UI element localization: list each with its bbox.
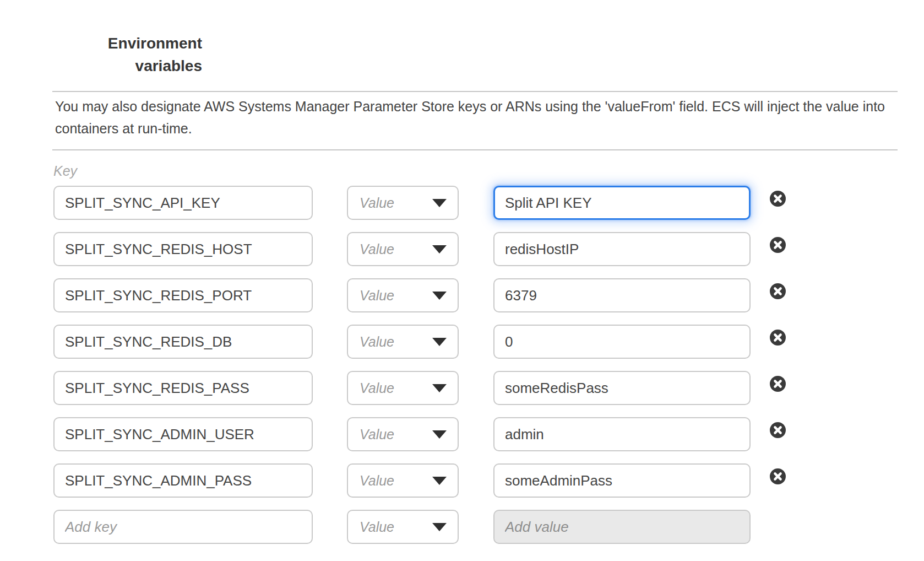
env-value-input[interactable] <box>493 325 751 359</box>
divider <box>52 149 898 150</box>
env-key-input[interactable] <box>53 325 313 359</box>
value-type-label: Value <box>360 195 394 211</box>
delete-row-button[interactable] <box>770 330 786 346</box>
x-circle-icon <box>770 468 786 484</box>
value-type-label: Value <box>360 519 394 535</box>
env-key-input[interactable] <box>53 371 313 405</box>
env-value-input[interactable] <box>493 510 751 544</box>
delete-row-button[interactable] <box>770 376 786 392</box>
value-type-label: Value <box>360 427 394 443</box>
divider <box>52 91 898 92</box>
env-var-row: Value <box>53 232 802 266</box>
value-type-dropdown[interactable]: Value <box>347 325 459 359</box>
env-var-rows: Value Value Value <box>53 186 802 556</box>
x-circle-icon <box>770 191 786 207</box>
env-key-input[interactable] <box>53 463 313 498</box>
env-value-input[interactable] <box>493 417 751 451</box>
caret-down-icon <box>432 245 447 253</box>
delete-row-button[interactable] <box>770 237 786 253</box>
value-type-dropdown[interactable]: Value <box>347 186 459 220</box>
description-text: You may also designate AWS Systems Manag… <box>55 95 906 139</box>
env-key-input[interactable] <box>53 232 313 266</box>
caret-down-icon <box>432 477 447 485</box>
env-key-input[interactable] <box>53 510 313 544</box>
value-type-dropdown[interactable]: Value <box>347 510 459 544</box>
env-key-input[interactable] <box>53 186 313 220</box>
caret-down-icon <box>432 384 447 392</box>
key-column-header: Key <box>53 160 77 182</box>
value-type-label: Value <box>360 473 394 489</box>
value-type-dropdown[interactable]: Value <box>347 232 459 266</box>
x-circle-icon <box>770 422 786 438</box>
delete-row-button[interactable] <box>770 468 786 484</box>
caret-down-icon <box>432 338 447 346</box>
value-type-label: Value <box>360 288 394 304</box>
env-var-row: Value <box>53 510 802 544</box>
env-var-row: Value <box>53 463 802 498</box>
env-key-input[interactable] <box>53 278 313 312</box>
value-type-label: Value <box>360 241 394 257</box>
env-var-row: Value <box>53 278 802 312</box>
delete-row-button[interactable] <box>770 422 786 438</box>
value-type-dropdown[interactable]: Value <box>347 371 459 405</box>
env-value-input[interactable] <box>493 278 751 312</box>
env-key-input[interactable] <box>53 417 313 451</box>
env-value-input[interactable] <box>493 186 751 220</box>
env-value-input[interactable] <box>493 371 751 405</box>
value-type-dropdown[interactable]: Value <box>347 417 459 451</box>
env-value-input[interactable] <box>493 463 751 498</box>
value-type-label: Value <box>360 334 394 350</box>
delete-row-button[interactable] <box>770 283 786 299</box>
x-circle-icon <box>770 283 786 299</box>
caret-down-icon <box>432 430 447 439</box>
x-circle-icon <box>770 330 786 346</box>
section-label: Environment variables <box>55 32 202 77</box>
env-var-row: Value <box>53 417 802 451</box>
environment-variables-section: Environment variables You may also desig… <box>0 0 924 561</box>
caret-down-icon <box>432 199 447 207</box>
env-var-row: Value <box>53 325 802 359</box>
env-var-row: Value <box>53 186 802 220</box>
caret-down-icon <box>432 523 447 531</box>
delete-row-button[interactable] <box>770 191 786 207</box>
env-var-row: Value <box>53 371 802 405</box>
env-value-input[interactable] <box>493 232 751 266</box>
value-type-label: Value <box>360 380 394 396</box>
value-type-dropdown[interactable]: Value <box>347 463 459 498</box>
x-circle-icon <box>770 237 786 253</box>
x-circle-icon <box>770 376 786 392</box>
caret-down-icon <box>432 292 447 300</box>
value-type-dropdown[interactable]: Value <box>347 278 459 312</box>
